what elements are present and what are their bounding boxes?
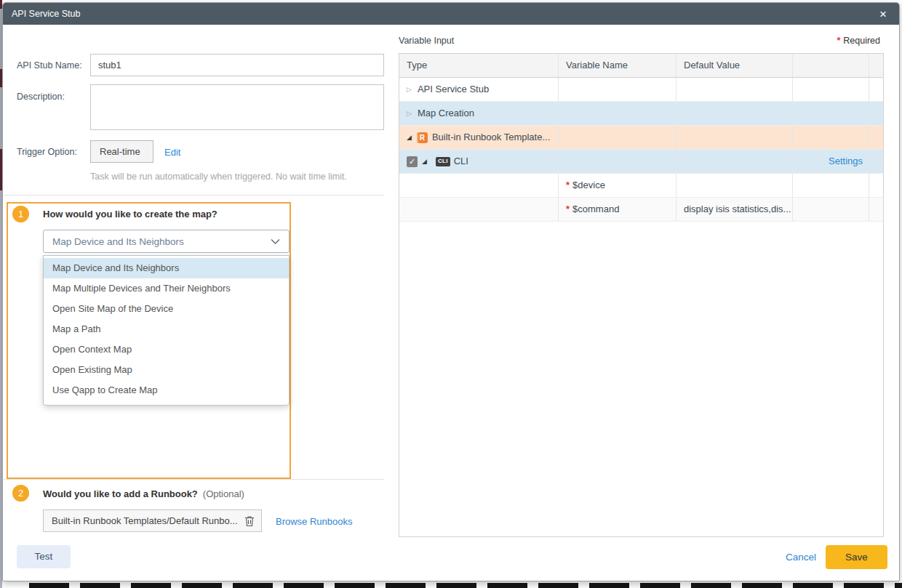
- spacer-cell: [869, 78, 883, 101]
- column-header-variable-name: Variable Name: [559, 54, 676, 77]
- actions-cell: [793, 78, 869, 101]
- trigger-option-value: Real-time: [90, 140, 153, 163]
- dropdown-option-open-context-map[interactable]: Open Context Map: [44, 339, 289, 360]
- default-value-cell: [676, 150, 793, 173]
- cli-settings-link[interactable]: Settings: [829, 150, 863, 173]
- type-cell: [399, 198, 559, 221]
- table-row-cli[interactable]: ✓ ◢ CLI CLI Settings: [399, 150, 883, 174]
- spacer-cell: [869, 198, 883, 221]
- runbook-path-field: Built-in Runbook Templates/Default Runbo…: [43, 510, 262, 532]
- spacer-cell: [869, 150, 883, 173]
- type-cell: ◢ R Built-in Runbook Template...: [399, 126, 559, 149]
- table-row-api-service-stub[interactable]: ▷ API Service Stub: [399, 78, 883, 102]
- row-label: CLI: [454, 150, 468, 173]
- dropdown-option-map-a-path[interactable]: Map a Path: [44, 319, 289, 339]
- expanded-triangle-icon[interactable]: ◢: [407, 126, 412, 149]
- actions-cell: Settings: [793, 150, 869, 173]
- dropdown-option-map-device-neighbors[interactable]: Map Device and Its Neighbors: [44, 258, 289, 278]
- variable-name-cell: [559, 150, 676, 173]
- expanded-triangle-icon[interactable]: ◢: [422, 150, 427, 173]
- api-stub-name-input[interactable]: [90, 54, 384, 76]
- step2-number-badge: 2: [12, 485, 29, 502]
- spacer-cell: [869, 126, 883, 149]
- runbook-icon: R: [417, 132, 428, 143]
- trigger-edit-link[interactable]: Edit: [164, 147, 180, 158]
- default-value-cell: [676, 174, 793, 197]
- table-row-builtin-runbook-template[interactable]: ◢ R Built-in Runbook Template...: [399, 126, 883, 150]
- step1-number-badge: 1: [12, 206, 29, 222]
- trigger-option-label: Trigger Option:: [17, 147, 77, 157]
- dropdown-option-map-multiple-devices[interactable]: Map Multiple Devices and Their Neighbors: [44, 278, 289, 299]
- type-cell: [399, 174, 559, 197]
- required-legend: *Required: [837, 36, 880, 46]
- actions-cell: [793, 126, 869, 149]
- dialog-title: API Service Stub: [12, 9, 81, 19]
- browse-runbooks-link[interactable]: Browse Runbooks: [276, 516, 353, 527]
- divider-top: [4, 195, 384, 196]
- variable-input-title: Variable Input: [399, 36, 454, 46]
- dropdown-option-use-qapp[interactable]: Use Qapp to Create Map: [44, 380, 289, 400]
- cancel-button[interactable]: Cancel: [786, 552, 816, 563]
- required-star-icon: *: [566, 174, 570, 197]
- actions-cell: [793, 174, 869, 197]
- table-header-row: Type Variable Name Default Value: [399, 54, 883, 78]
- variable-name-cell: [559, 102, 676, 125]
- dropdown-option-open-existing-map[interactable]: Open Existing Map: [44, 360, 289, 380]
- step1-question: How would you like to create the map?: [43, 209, 217, 220]
- table-row-device-variable[interactable]: * $device: [399, 174, 883, 198]
- column-header-default-value: Default Value: [676, 54, 793, 77]
- step2-question: Would you like to add a Runbook?(Optiona…: [43, 488, 244, 499]
- dropdown-option-open-site-map[interactable]: Open Site Map of the Device: [44, 299, 289, 319]
- step2-question-text: Would you like to add a Runbook?: [43, 488, 198, 499]
- close-icon[interactable]: ×: [876, 8, 890, 20]
- default-value-cell: [676, 126, 793, 149]
- trash-icon[interactable]: [244, 515, 255, 527]
- variable-name-cell: [559, 126, 676, 149]
- type-cell: ▷ Map Creation: [399, 102, 559, 125]
- collapsed-triangle-icon[interactable]: ▷: [407, 78, 412, 101]
- collapsed-triangle-icon[interactable]: ▷: [407, 102, 412, 125]
- table-row-map-creation[interactable]: ▷ Map Creation: [399, 102, 883, 126]
- api-service-stub-dialog: API Service Stub × API Stub Name: Descri…: [2, 2, 900, 581]
- spacer-cell: [869, 174, 883, 197]
- column-header-actions: [793, 54, 869, 77]
- column-header-spacer: [869, 54, 883, 77]
- api-stub-name-label: API Stub Name:: [17, 60, 82, 71]
- row-label: API Service Stub: [418, 78, 489, 101]
- test-button[interactable]: Test: [17, 545, 71, 568]
- variable-name: $command: [572, 198, 619, 221]
- step2-optional-tag: (Optional): [203, 488, 244, 499]
- map-type-dropdown-list: Map Device and Its Neighbors Map Multipl…: [43, 255, 290, 406]
- variable-name-cell: [559, 78, 676, 101]
- variable-name-cell: * $command: [559, 198, 676, 221]
- variable-input-table: Type Variable Name Default Value ▷ API S…: [399, 53, 884, 537]
- actions-cell: [793, 102, 869, 125]
- required-star-icon: *: [837, 36, 840, 46]
- row-label: Map Creation: [418, 102, 474, 125]
- cli-checkbox[interactable]: ✓: [407, 156, 418, 167]
- map-type-selected-value: Map Device and Its Neighbors: [52, 236, 184, 247]
- spacer-cell: [869, 102, 883, 125]
- divider-bottom: [4, 479, 384, 480]
- variable-name-cell: * $device: [559, 174, 676, 197]
- background-bottom-strip: [29, 583, 902, 588]
- cli-icon: CLI: [436, 157, 450, 166]
- row-label: Built-in Runbook Template...: [432, 126, 550, 149]
- description-input[interactable]: [90, 84, 384, 130]
- column-header-type: Type: [399, 54, 559, 77]
- map-type-select[interactable]: Map Device and Its Neighbors: [43, 230, 290, 253]
- variable-name: $device: [572, 174, 605, 197]
- dialog-titlebar: API Service Stub ×: [3, 3, 899, 25]
- required-legend-label: Required: [843, 36, 880, 46]
- save-button[interactable]: Save: [826, 545, 887, 569]
- default-value-cell: [676, 102, 793, 125]
- table-row-command-variable[interactable]: * $command display isis statistics,dis..…: [399, 198, 883, 222]
- runbook-path-value: Built-in Runbook Templates/Default Runbo…: [52, 515, 238, 526]
- description-label: Description:: [17, 92, 65, 102]
- default-value-cell: display isis statistics,dis...: [676, 198, 793, 221]
- actions-cell: [793, 198, 869, 221]
- default-value-cell: [676, 78, 793, 101]
- chevron-down-icon: [271, 238, 280, 245]
- type-cell: ✓ ◢ CLI CLI: [399, 150, 559, 173]
- trigger-help-text: Task will be run automatically when trig…: [90, 172, 347, 182]
